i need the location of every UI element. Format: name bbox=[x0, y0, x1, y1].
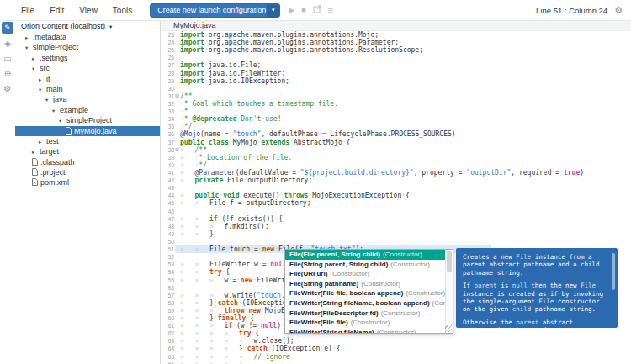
line-number[interactable]: 54 bbox=[161, 268, 174, 276]
popup-scrollbar[interactable] bbox=[445, 250, 453, 333]
code-line-38[interactable]: 38⊖»/** bbox=[161, 146, 631, 154]
cursor-position-status[interactable]: Line 51 : Column 24 bbox=[536, 6, 607, 15]
menu-file[interactable]: File bbox=[21, 6, 34, 15]
code-line-49[interactable]: 49»»} bbox=[161, 230, 631, 238]
code-line-28[interactable]: 28import·java.io.FileWriter; bbox=[161, 70, 631, 77]
line-number[interactable]: 36 bbox=[161, 130, 174, 138]
menu-view[interactable]: View bbox=[79, 6, 98, 15]
code-line-44[interactable]: 44»public·void·execute()·throws·MojoExec… bbox=[161, 192, 631, 199]
pencil-icon[interactable]: ✎ bbox=[2, 22, 13, 34]
settings-icon[interactable]: ⚙ bbox=[614, 5, 623, 16]
popup-resize-grip[interactable] bbox=[445, 325, 452, 332]
fold-collapse-icon[interactable]: ⊖ bbox=[174, 146, 180, 154]
code-line-39[interactable]: 39»·*·Location·of·the·file. bbox=[161, 154, 631, 161]
code-line-25[interactable]: 25import·org.apache.maven.plugins.annota… bbox=[161, 46, 631, 54]
chevron-down-icon[interactable]: ▾ bbox=[52, 106, 60, 115]
line-number[interactable]: 26 bbox=[161, 54, 174, 61]
chevron-down-icon[interactable]: ▾ bbox=[109, 24, 112, 29]
code-line-41[interactable]: 41»@Parameter(defaultValue·=·"${project.… bbox=[161, 169, 631, 177]
assist-proposal[interactable]: File(String pathname)(Constructor) bbox=[285, 279, 445, 289]
run-icon[interactable]: ▶ bbox=[289, 7, 294, 14]
tree-item-src[interactable]: ▾src bbox=[15, 63, 160, 73]
assist-proposal[interactable]: FileWriter(File file, boolean append)(Co… bbox=[285, 288, 445, 298]
line-number[interactable]: 37 bbox=[161, 139, 174, 146]
chevron-down-icon[interactable]: ▾ bbox=[59, 116, 66, 125]
chevron-right-icon[interactable]: ▸ bbox=[39, 137, 46, 146]
tree-item-it[interactable]: ▸it bbox=[15, 74, 160, 84]
line-number[interactable]: 43 bbox=[161, 184, 174, 192]
tree-item--settings[interactable]: ▸.settings bbox=[15, 53, 160, 63]
line-number[interactable]: 66 bbox=[161, 361, 174, 364]
code-line-36[interactable]: 36@Mojo(name·=·"touch",·defaultPhase·=·L… bbox=[161, 130, 631, 138]
line-number[interactable]: 34 bbox=[161, 115, 174, 123]
tree-item--metadata[interactable]: ▸.metadata bbox=[15, 32, 160, 42]
chevron-down-icon[interactable]: ▾ bbox=[32, 64, 40, 73]
line-number[interactable]: 25 bbox=[161, 46, 174, 54]
assist-proposal[interactable]: File(File parent, String child)(Construc… bbox=[285, 250, 445, 260]
line-number[interactable]: 64 bbox=[161, 345, 174, 352]
line-number[interactable]: 65 bbox=[161, 353, 174, 361]
assist-proposal[interactable]: FileWriter(File file)(Constructor) bbox=[285, 318, 445, 328]
line-number[interactable]: 63 bbox=[161, 337, 174, 345]
assist-proposal[interactable]: File(String parent, String child)(Constr… bbox=[285, 260, 445, 270]
line-number[interactable]: 45 bbox=[161, 199, 174, 207]
tree-item-mymojo-java[interactable]: MyMojo.java bbox=[15, 126, 160, 136]
tree-item-main[interactable]: ▾main bbox=[15, 84, 160, 94]
open-new-window-icon[interactable] bbox=[313, 5, 321, 15]
code-line-42[interactable]: 42»private·File·outputDirectory; bbox=[161, 177, 631, 184]
assist-proposal[interactable]: FileWriter(FileDescriptor fd)(Constructo… bbox=[285, 309, 445, 319]
menu-tools[interactable]: Tools bbox=[113, 6, 132, 15]
tree-item-simpleproject[interactable]: ▾simpleProject bbox=[15, 115, 160, 125]
line-number[interactable]: 48 bbox=[161, 223, 174, 230]
line-number[interactable]: 35 bbox=[161, 123, 174, 130]
code-line-40[interactable]: 40»·*/ bbox=[161, 161, 631, 169]
line-number[interactable]: 33 bbox=[161, 108, 174, 115]
line-number[interactable]: 51 bbox=[161, 245, 174, 253]
line-number[interactable]: 62 bbox=[161, 330, 174, 337]
launch-configuration-dropdown[interactable]: Create new launch configuration ▾ bbox=[150, 3, 280, 18]
line-number[interactable]: 52 bbox=[161, 253, 174, 261]
line-number[interactable]: 46 bbox=[161, 208, 174, 215]
code-line-45[interactable]: 45»»File·f·=·outputDirectory; bbox=[161, 199, 631, 207]
code-line-32[interactable]: 32·*·Goal·which·touches·a·timestamp·file… bbox=[161, 100, 631, 108]
tree-item-target[interactable]: ▸target bbox=[15, 146, 160, 156]
chevron-right-icon[interactable]: ▸ bbox=[39, 75, 46, 84]
menu-edit[interactable]: Edit bbox=[50, 6, 64, 15]
line-number[interactable]: 53 bbox=[161, 261, 174, 268]
stop-icon[interactable]: ■ bbox=[301, 7, 305, 14]
line-number[interactable]: 59 bbox=[161, 307, 174, 314]
tree-root-header[interactable]: Orion Content (localhost)▾ bbox=[15, 21, 160, 32]
line-number[interactable]: 44 bbox=[161, 192, 174, 199]
fold-collapse-icon[interactable]: ⊖ bbox=[174, 92, 180, 100]
code-line-66[interactable]: 66»»»»} bbox=[161, 361, 631, 364]
line-number[interactable]: 60 bbox=[161, 314, 174, 322]
popup-scrollbar-thumb[interactable] bbox=[447, 251, 452, 272]
line-number[interactable]: 40 bbox=[161, 161, 174, 169]
tree-item-example[interactable]: ▾example bbox=[15, 105, 160, 115]
chevron-right-icon[interactable]: ▸ bbox=[32, 54, 40, 63]
assist-proposal[interactable]: FileWriter(String fileName, boolean appe… bbox=[285, 298, 445, 309]
chevron-down-icon[interactable]: ▾ bbox=[267, 4, 279, 17]
deploy-icon[interactable]: ◈ bbox=[0, 37, 15, 50]
line-number[interactable]: 32 bbox=[161, 100, 174, 108]
globe-icon[interactable]: ⊕ bbox=[0, 67, 15, 81]
code-line-33[interactable]: 33·* bbox=[161, 108, 631, 115]
line-number[interactable]: 41 bbox=[161, 169, 174, 177]
tree-item--classpath[interactable]: .classpath bbox=[15, 157, 160, 167]
code-line-29[interactable]: 29import·java.io.IOException; bbox=[161, 77, 631, 85]
code-line-27[interactable]: 27import·java.io.File; bbox=[161, 61, 631, 69]
code-line-63[interactable]: 63»»»»»w.close(); bbox=[161, 337, 631, 345]
code-line-35[interactable]: 35·*/ bbox=[161, 123, 631, 130]
line-number[interactable]: 55 bbox=[161, 277, 174, 284]
code-line-37[interactable]: 37public·class·MyMojo·extends·AbstractMo… bbox=[161, 139, 631, 146]
tree-item-java[interactable]: ▾java bbox=[15, 94, 160, 104]
line-number[interactable]: 56 bbox=[161, 284, 174, 292]
line-number[interactable]: 30 bbox=[161, 85, 174, 92]
code-line-47[interactable]: 47»»if·(!f.exists())·{ bbox=[161, 215, 631, 223]
line-number[interactable]: 24 bbox=[161, 39, 174, 46]
code-line-65[interactable]: 65»»»»»//·ignore bbox=[161, 353, 631, 361]
line-number[interactable]: 49 bbox=[161, 230, 174, 238]
tree-item-test[interactable]: ▸test bbox=[15, 136, 160, 146]
line-number[interactable]: 39 bbox=[161, 154, 174, 161]
list-icon[interactable]: ≡ bbox=[328, 7, 333, 14]
